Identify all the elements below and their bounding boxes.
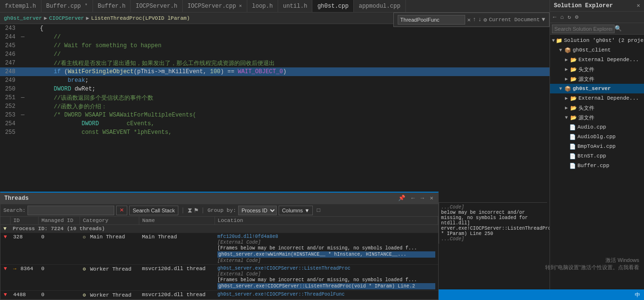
threads-filter-btn[interactable]: ⧗ [188, 207, 192, 214]
process-group-row: ▼ Process ID: 7224 (10 threads) [0, 225, 438, 233]
thread-category-1: ☼ Main Thread [80, 233, 139, 265]
solution-search-bar: 🔍 [550, 23, 644, 35]
col-category[interactable]: Category [80, 217, 139, 225]
breadcrumb-method[interactable]: ListenThreadProc(LPVOID lParam) [91, 15, 190, 21]
code-line-246: 246 // [0, 50, 550, 59]
thread-name-2: msvcr120d.dll thread [139, 265, 215, 291]
thread-id-1: 328 [10, 233, 38, 265]
tree-bmpst-cpp[interactable]: 📄 BtnST.cpp [550, 151, 644, 161]
tab-gh0st-cpp[interactable]: gh0st.cpp [312, 0, 354, 13]
find-next-btn[interactable]: ↓ [478, 16, 482, 23]
col-location[interactable]: Location [215, 217, 438, 225]
code-line-254: 254 DWORD cEvents, [0, 119, 550, 128]
tab-buffer-cpp[interactable]: Buffer.cpp* [41, 0, 93, 13]
tree-source-files-2[interactable]: ▼ 📂 源文件 [550, 113, 644, 122]
tree-header-files-1[interactable]: ▶ 📂 头文件 [550, 65, 644, 74]
find-options-btn[interactable]: ⚙ [483, 16, 487, 24]
sol-search-icon[interactable]: 🔍 [615, 25, 622, 32]
thread-id-3: 4488 [10, 291, 38, 300]
tree-source-files-1[interactable]: ▶ 📂 源文件 [550, 74, 644, 84]
thread-managed-id-2: 0 [39, 265, 80, 291]
threads-search-input[interactable] [27, 206, 114, 215]
thread-row-8364[interactable]: ▼ → 8364 0 ⚙ Worker Thread m [0, 265, 438, 291]
tree-header-files-1-label: 头文件 [578, 66, 594, 73]
tab-fxtempl[interactable]: fxtempl.h [0, 0, 41, 13]
sol-refresh-icon[interactable]: ↻ [566, 13, 572, 21]
col-managed-id[interactable]: Managed ID [39, 217, 80, 225]
sol-settings-icon[interactable]: ⚙ [574, 13, 579, 21]
threads-search-label: Search: [3, 208, 26, 213]
tree-header-files-2[interactable]: ▶ 📂 头文件 [550, 103, 644, 113]
col-flag [0, 217, 10, 225]
solution-root-label: Solution 'gh0st' (2 proje [564, 38, 644, 43]
tab-iocpserver-cpp[interactable]: IOCPServer.cpp ✕ [183, 0, 247, 13]
find-scope-expand[interactable]: ▼ [542, 16, 545, 23]
threads-table-scroll[interactable]: ID Managed ID Category Name Location [0, 217, 438, 300]
tree-audiodlg-cpp[interactable]: 📄 AudioDlg.cpp [550, 132, 644, 142]
col-id[interactable]: ID [10, 217, 38, 225]
thread-row-main[interactable]: ▼ 328 0 ☼ Main Thread Main Thread [0, 233, 438, 265]
code-line-249: 249 break; [0, 76, 550, 85]
code-line-250: 250 DWORD dwRet; [0, 85, 550, 93]
thread-flag-3: ▼ [0, 291, 10, 300]
tree-gh0st-client[interactable]: ▼ 📦 gh0st_client [550, 45, 644, 55]
solution-explorer-header: Solution Explorer ✕ [550, 0, 644, 12]
threads-columns-btn[interactable]: Columns ▼ [279, 206, 313, 215]
threads-toolbar: Search: ✕ Search Call Stack | ⧗ ⚑ | Grou… [0, 204, 438, 217]
find-scope-label: Current Document [489, 17, 540, 23]
call-stack-info-panel: ...Code] below may be incorrect and/or m… [439, 202, 547, 244]
tree-external-dep-2[interactable]: ▶ 📂 External Depende... [550, 93, 644, 103]
tab-until-h[interactable]: until.h [278, 0, 312, 13]
code-line-248: 248 if (WaitForSingleObject(pThis->m_hKi… [0, 67, 550, 76]
solution-root[interactable]: ▼ 📁 Solution 'gh0st' (2 proje [550, 36, 644, 45]
threads-pin-btn[interactable]: 📌 [397, 195, 406, 202]
tab-buffer-h[interactable]: Buffer.h [93, 0, 131, 13]
col-name[interactable]: Name [139, 217, 215, 225]
tree-source-files-1-label: 源文件 [578, 76, 594, 83]
sol-back-icon[interactable]: ← [552, 14, 557, 21]
tabs-bar: fxtempl.h Buffer.cpp* Buffer.h IOCPServe… [0, 0, 644, 13]
threads-collapse-btn[interactable]: □ [317, 207, 320, 214]
thread-id-2: → 8364 [10, 265, 38, 291]
find-prev-btn[interactable]: ↑ [473, 16, 476, 23]
tree-bmptoavi-cpp[interactable]: 📄 BmpToAvi.cpp [550, 142, 644, 151]
tree-gh0st-server[interactable]: ▼ 📦 gh0st_server [550, 84, 644, 93]
thread-location-3: gh0st_server.exe!CIOCPServer::ThreadPool… [215, 291, 438, 300]
tab-appmodul[interactable]: appmodul.cpp [354, 0, 405, 13]
breadcrumb-class[interactable]: CIOCPServer [49, 15, 84, 21]
thread-managed-id-3: 0 [39, 291, 80, 300]
threads-nav-prev-btn[interactable]: ← [410, 195, 416, 202]
find-input[interactable] [398, 15, 465, 25]
thread-flag-2: ▼ [0, 265, 10, 291]
tree-header-files-2-label: 头文件 [578, 104, 594, 112]
code-line-252: 252 //函数入参的介绍： [0, 102, 550, 111]
solution-search-input[interactable] [552, 25, 615, 33]
threads-table: ID Managed ID Category Name Location [0, 217, 438, 300]
tree-bmptoavi-cpp-label: BmpToAvi.cpp [577, 143, 616, 149]
sol-home-icon[interactable]: ⌂ [559, 14, 564, 21]
code-line-253: 253 ─ /* DWORD WSAAPI WSAWaitForMultiple… [0, 111, 550, 119]
solution-tree: ▼ 📁 Solution 'gh0st' (2 proje ▼ 📦 gh0st_… [550, 35, 644, 300]
tab-iocpserver-h[interactable]: IOCPServer.h [131, 0, 182, 13]
thread-category-3: ⚙ Worker Thread [80, 291, 139, 300]
threads-close-btn[interactable]: ✕ [429, 195, 434, 202]
find-close-btn[interactable]: ✕ [467, 16, 470, 24]
threads-search-callstack-btn[interactable]: Search Call Stack [129, 206, 178, 215]
tab-loop-h[interactable]: loop.h [247, 0, 278, 13]
threads-clear-search-btn[interactable]: ✕ [116, 206, 127, 215]
threads-group-select[interactable]: Process ID [238, 206, 277, 215]
thread-row-4488[interactable]: ▼ 4488 0 ⚙ Worker Thread msvcr120d.dll t… [0, 291, 438, 300]
threads-flag-btn[interactable]: ⚑ [194, 206, 198, 214]
tree-audio-cpp[interactable]: 📄 Audio.cpp [550, 122, 644, 132]
threads-group-label: Group by: [208, 208, 236, 213]
tree-buffer-cpp[interactable]: 📄 Buffer.cpp [550, 161, 644, 170]
solution-explorer-close-btn[interactable]: ✕ [637, 2, 640, 9]
threads-nav-next-btn[interactable]: → [420, 195, 425, 202]
tree-gh0st-server-label: gh0st_server [573, 86, 611, 91]
tree-external-dep-1[interactable]: ▶ 📂 External Depende... [550, 55, 644, 65]
tree-audiodlg-cpp-label: AudioDlg.cpp [577, 134, 616, 140]
code-editor: 243 { 244 ─ // 245 // [0, 24, 550, 300]
process-group-label: Process ID: 7224 (10 threads) [13, 226, 105, 232]
breadcrumb-project[interactable]: gh0st_server [4, 15, 42, 21]
thread-location-1: mfc120ud.dll!0fd4a8e8 [External Code] [F… [215, 233, 438, 265]
